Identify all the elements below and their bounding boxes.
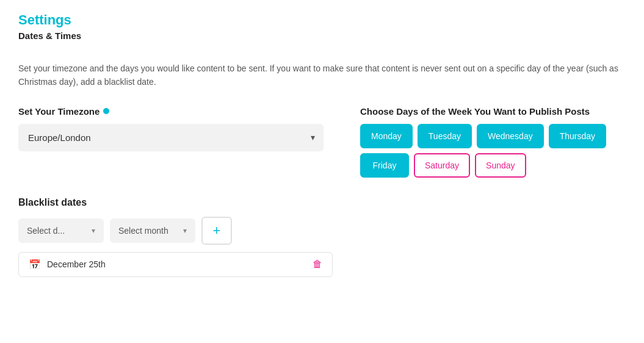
day-thursday[interactable]: Thursday bbox=[549, 124, 606, 148]
timezone-label: Set Your Timezone bbox=[18, 106, 99, 117]
page-title: Settings bbox=[18, 12, 626, 28]
select-day-dropdown[interactable]: Select d... ▾ bbox=[18, 218, 104, 243]
timezone-dot bbox=[103, 108, 109, 114]
add-blacklist-button[interactable]: + bbox=[201, 217, 232, 245]
days-label: Choose Days of the Week You Want to Publ… bbox=[360, 106, 590, 117]
plus-icon: + bbox=[213, 223, 221, 239]
day-monday[interactable]: Monday bbox=[360, 124, 413, 148]
timezone-select[interactable]: Europe/London America/New_York America/L… bbox=[18, 124, 324, 151]
day-wednesday[interactable]: Wednesday bbox=[477, 124, 544, 148]
chevron-day-icon: ▾ bbox=[92, 226, 95, 235]
calendar-icon: 📅 bbox=[29, 259, 41, 270]
day-sunday[interactable]: Sunday bbox=[475, 153, 526, 178]
entry-date: December 25th bbox=[47, 259, 106, 269]
select-month-label: Select month bbox=[118, 226, 168, 236]
select-month-dropdown[interactable]: Select month ▾ bbox=[110, 218, 195, 243]
chevron-month-icon: ▾ bbox=[183, 226, 187, 235]
description: Set your timezone and the days you would… bbox=[18, 62, 626, 89]
day-friday[interactable]: Friday bbox=[360, 153, 409, 178]
day-tuesday[interactable]: Tuesday bbox=[418, 124, 472, 148]
trash-icon[interactable]: 🗑 bbox=[313, 259, 322, 270]
days-grid: Monday Tuesday Wednesday Thursday Friday… bbox=[360, 124, 626, 178]
day-saturday[interactable]: Saturday bbox=[414, 153, 470, 178]
blacklist-entry: 📅 December 25th 🗑 bbox=[18, 252, 333, 277]
section-subtitle: Dates & Times bbox=[18, 31, 626, 41]
blacklist-title: Blacklist dates bbox=[18, 197, 626, 208]
select-day-label: Select d... bbox=[27, 226, 65, 236]
